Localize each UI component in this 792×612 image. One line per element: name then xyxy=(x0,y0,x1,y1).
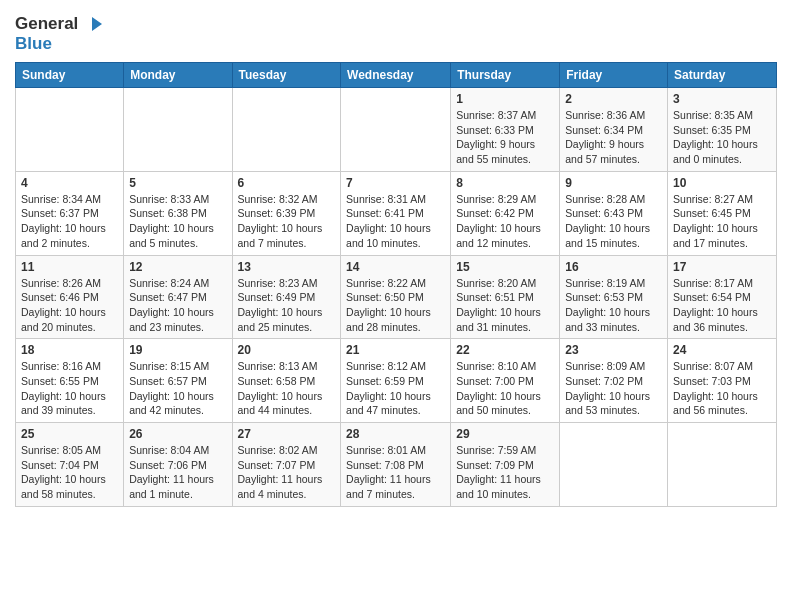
calendar-cell: 19Sunrise: 8:15 AM Sunset: 6:57 PM Dayli… xyxy=(124,339,232,423)
day-info: Sunrise: 8:26 AM Sunset: 6:46 PM Dayligh… xyxy=(21,276,118,335)
day-info: Sunrise: 8:09 AM Sunset: 7:02 PM Dayligh… xyxy=(565,359,662,418)
calendar-cell: 29Sunrise: 7:59 AM Sunset: 7:09 PM Dayli… xyxy=(451,423,560,507)
weekday-header-saturday: Saturday xyxy=(668,63,777,88)
weekday-header-friday: Friday xyxy=(560,63,668,88)
day-info: Sunrise: 8:34 AM Sunset: 6:37 PM Dayligh… xyxy=(21,192,118,251)
week-row-2: 4Sunrise: 8:34 AM Sunset: 6:37 PM Daylig… xyxy=(16,171,777,255)
calendar-cell: 1Sunrise: 8:37 AM Sunset: 6:33 PM Daylig… xyxy=(451,88,560,172)
logo-blue-text: Blue xyxy=(15,34,52,54)
calendar-cell: 10Sunrise: 8:27 AM Sunset: 6:45 PM Dayli… xyxy=(668,171,777,255)
day-number: 27 xyxy=(238,427,336,441)
calendar-cell: 21Sunrise: 8:12 AM Sunset: 6:59 PM Dayli… xyxy=(341,339,451,423)
week-row-4: 18Sunrise: 8:16 AM Sunset: 6:55 PM Dayli… xyxy=(16,339,777,423)
day-info: Sunrise: 8:02 AM Sunset: 7:07 PM Dayligh… xyxy=(238,443,336,502)
day-info: Sunrise: 8:10 AM Sunset: 7:00 PM Dayligh… xyxy=(456,359,554,418)
day-number: 7 xyxy=(346,176,445,190)
calendar-cell: 22Sunrise: 8:10 AM Sunset: 7:00 PM Dayli… xyxy=(451,339,560,423)
day-number: 10 xyxy=(673,176,771,190)
calendar-cell xyxy=(124,88,232,172)
day-number: 29 xyxy=(456,427,554,441)
day-info: Sunrise: 8:04 AM Sunset: 7:06 PM Dayligh… xyxy=(129,443,226,502)
day-info: Sunrise: 8:29 AM Sunset: 6:42 PM Dayligh… xyxy=(456,192,554,251)
day-info: Sunrise: 8:12 AM Sunset: 6:59 PM Dayligh… xyxy=(346,359,445,418)
weekday-header-wednesday: Wednesday xyxy=(341,63,451,88)
day-number: 24 xyxy=(673,343,771,357)
day-info: Sunrise: 8:23 AM Sunset: 6:49 PM Dayligh… xyxy=(238,276,336,335)
day-info: Sunrise: 8:28 AM Sunset: 6:43 PM Dayligh… xyxy=(565,192,662,251)
day-info: Sunrise: 8:16 AM Sunset: 6:55 PM Dayligh… xyxy=(21,359,118,418)
day-number: 17 xyxy=(673,260,771,274)
day-info: Sunrise: 8:31 AM Sunset: 6:41 PM Dayligh… xyxy=(346,192,445,251)
calendar-cell xyxy=(232,88,341,172)
calendar-cell xyxy=(341,88,451,172)
day-info: Sunrise: 7:59 AM Sunset: 7:09 PM Dayligh… xyxy=(456,443,554,502)
calendar-cell: 5Sunrise: 8:33 AM Sunset: 6:38 PM Daylig… xyxy=(124,171,232,255)
calendar-cell: 14Sunrise: 8:22 AM Sunset: 6:50 PM Dayli… xyxy=(341,255,451,339)
day-info: Sunrise: 8:07 AM Sunset: 7:03 PM Dayligh… xyxy=(673,359,771,418)
day-number: 12 xyxy=(129,260,226,274)
day-number: 9 xyxy=(565,176,662,190)
day-number: 1 xyxy=(456,92,554,106)
weekday-header-thursday: Thursday xyxy=(451,63,560,88)
calendar-cell: 18Sunrise: 8:16 AM Sunset: 6:55 PM Dayli… xyxy=(16,339,124,423)
svg-marker-0 xyxy=(92,17,102,31)
day-info: Sunrise: 8:36 AM Sunset: 6:34 PM Dayligh… xyxy=(565,108,662,167)
day-info: Sunrise: 8:05 AM Sunset: 7:04 PM Dayligh… xyxy=(21,443,118,502)
calendar-cell: 23Sunrise: 8:09 AM Sunset: 7:02 PM Dayli… xyxy=(560,339,668,423)
day-info: Sunrise: 8:37 AM Sunset: 6:33 PM Dayligh… xyxy=(456,108,554,167)
calendar-cell: 8Sunrise: 8:29 AM Sunset: 6:42 PM Daylig… xyxy=(451,171,560,255)
day-info: Sunrise: 8:13 AM Sunset: 6:58 PM Dayligh… xyxy=(238,359,336,418)
week-row-3: 11Sunrise: 8:26 AM Sunset: 6:46 PM Dayli… xyxy=(16,255,777,339)
calendar-cell: 26Sunrise: 8:04 AM Sunset: 7:06 PM Dayli… xyxy=(124,423,232,507)
logo-general-text: General xyxy=(15,14,78,34)
calendar-cell xyxy=(668,423,777,507)
day-number: 28 xyxy=(346,427,445,441)
day-number: 14 xyxy=(346,260,445,274)
day-number: 22 xyxy=(456,343,554,357)
calendar-cell: 3Sunrise: 8:35 AM Sunset: 6:35 PM Daylig… xyxy=(668,88,777,172)
calendar-cell: 16Sunrise: 8:19 AM Sunset: 6:53 PM Dayli… xyxy=(560,255,668,339)
day-number: 6 xyxy=(238,176,336,190)
day-info: Sunrise: 8:01 AM Sunset: 7:08 PM Dayligh… xyxy=(346,443,445,502)
calendar-cell: 15Sunrise: 8:20 AM Sunset: 6:51 PM Dayli… xyxy=(451,255,560,339)
calendar-cell: 20Sunrise: 8:13 AM Sunset: 6:58 PM Dayli… xyxy=(232,339,341,423)
day-info: Sunrise: 8:32 AM Sunset: 6:39 PM Dayligh… xyxy=(238,192,336,251)
day-info: Sunrise: 8:24 AM Sunset: 6:47 PM Dayligh… xyxy=(129,276,226,335)
weekday-header-tuesday: Tuesday xyxy=(232,63,341,88)
weekday-header-row: SundayMondayTuesdayWednesdayThursdayFrid… xyxy=(16,63,777,88)
day-number: 23 xyxy=(565,343,662,357)
day-number: 21 xyxy=(346,343,445,357)
logo-flag-icon xyxy=(82,17,102,31)
day-number: 26 xyxy=(129,427,226,441)
calendar-cell: 28Sunrise: 8:01 AM Sunset: 7:08 PM Dayli… xyxy=(341,423,451,507)
calendar-cell: 6Sunrise: 8:32 AM Sunset: 6:39 PM Daylig… xyxy=(232,171,341,255)
day-number: 20 xyxy=(238,343,336,357)
logo: General Blue xyxy=(15,14,102,54)
calendar-cell: 11Sunrise: 8:26 AM Sunset: 6:46 PM Dayli… xyxy=(16,255,124,339)
calendar-cell: 24Sunrise: 8:07 AM Sunset: 7:03 PM Dayli… xyxy=(668,339,777,423)
day-info: Sunrise: 8:22 AM Sunset: 6:50 PM Dayligh… xyxy=(346,276,445,335)
calendar-cell: 7Sunrise: 8:31 AM Sunset: 6:41 PM Daylig… xyxy=(341,171,451,255)
calendar-table: SundayMondayTuesdayWednesdayThursdayFrid… xyxy=(15,62,777,507)
week-row-1: 1Sunrise: 8:37 AM Sunset: 6:33 PM Daylig… xyxy=(16,88,777,172)
calendar-cell: 13Sunrise: 8:23 AM Sunset: 6:49 PM Dayli… xyxy=(232,255,341,339)
day-number: 8 xyxy=(456,176,554,190)
day-number: 18 xyxy=(21,343,118,357)
day-info: Sunrise: 8:35 AM Sunset: 6:35 PM Dayligh… xyxy=(673,108,771,167)
day-number: 16 xyxy=(565,260,662,274)
week-row-5: 25Sunrise: 8:05 AM Sunset: 7:04 PM Dayli… xyxy=(16,423,777,507)
calendar-cell: 2Sunrise: 8:36 AM Sunset: 6:34 PM Daylig… xyxy=(560,88,668,172)
day-info: Sunrise: 8:20 AM Sunset: 6:51 PM Dayligh… xyxy=(456,276,554,335)
weekday-header-sunday: Sunday xyxy=(16,63,124,88)
header: General Blue xyxy=(15,10,777,54)
calendar-cell xyxy=(560,423,668,507)
day-info: Sunrise: 8:33 AM Sunset: 6:38 PM Dayligh… xyxy=(129,192,226,251)
day-info: Sunrise: 8:19 AM Sunset: 6:53 PM Dayligh… xyxy=(565,276,662,335)
calendar-cell: 9Sunrise: 8:28 AM Sunset: 6:43 PM Daylig… xyxy=(560,171,668,255)
day-number: 3 xyxy=(673,92,771,106)
day-number: 2 xyxy=(565,92,662,106)
day-info: Sunrise: 8:17 AM Sunset: 6:54 PM Dayligh… xyxy=(673,276,771,335)
day-number: 4 xyxy=(21,176,118,190)
calendar-cell xyxy=(16,88,124,172)
day-number: 25 xyxy=(21,427,118,441)
